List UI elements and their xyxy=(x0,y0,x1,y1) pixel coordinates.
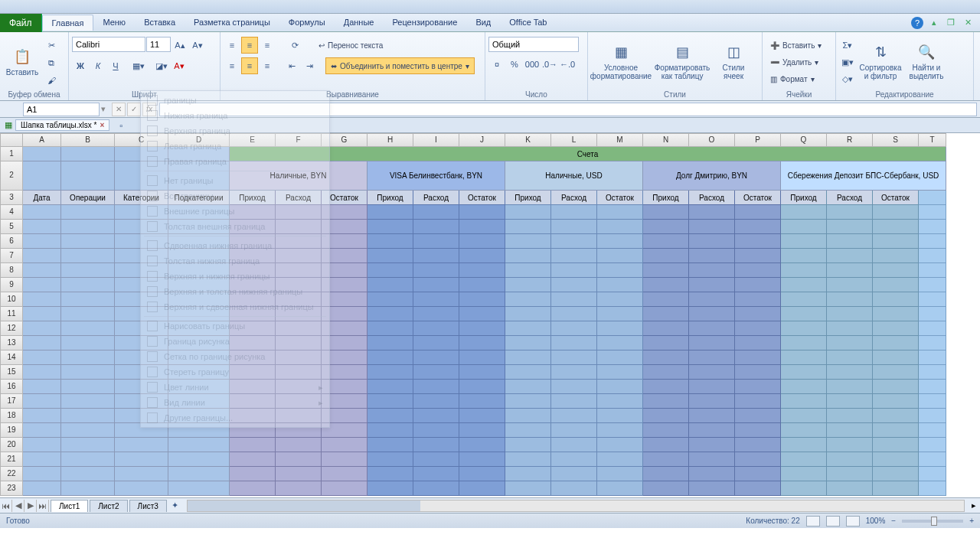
row-header[interactable]: 20 xyxy=(0,438,23,452)
zoom-in-icon[interactable]: + xyxy=(969,517,974,525)
cell[interactable] xyxy=(919,234,946,249)
cell[interactable] xyxy=(597,350,643,365)
menu-item[interactable]: Толстая внешняя граница xyxy=(141,219,329,234)
cell[interactable] xyxy=(689,321,735,336)
cell[interactable] xyxy=(873,438,919,452)
cell[interactable] xyxy=(459,220,505,234)
row-header[interactable]: 12 xyxy=(0,321,23,336)
cell[interactable] xyxy=(597,336,643,350)
cell[interactable] xyxy=(919,249,946,263)
help-icon[interactable]: ? xyxy=(911,17,923,29)
cell[interactable] xyxy=(781,438,827,452)
cell[interactable] xyxy=(505,263,551,278)
cut-icon[interactable]: ✂ xyxy=(43,37,60,54)
normal-view-icon[interactable] xyxy=(806,516,820,527)
cell[interactable] xyxy=(827,394,873,409)
cell[interactable] xyxy=(643,307,689,321)
cell[interactable] xyxy=(643,394,689,409)
menu-item[interactable]: Верхняя и сдвоенная нижняя границы xyxy=(141,299,329,315)
row-header[interactable]: 9 xyxy=(0,278,23,292)
cell[interactable]: Приход xyxy=(643,191,689,205)
cell[interactable] xyxy=(61,147,115,161)
cell[interactable] xyxy=(413,452,459,467)
cell[interactable] xyxy=(781,423,827,438)
cell[interactable] xyxy=(781,394,827,409)
cell[interactable] xyxy=(61,234,115,249)
cell[interactable] xyxy=(873,394,919,409)
cell[interactable] xyxy=(505,365,551,380)
column-header[interactable]: L xyxy=(551,133,597,147)
cell[interactable] xyxy=(643,336,689,350)
row-header[interactable]: 3 xyxy=(0,191,23,205)
row-header[interactable]: 16 xyxy=(0,380,23,394)
column-header[interactable]: J xyxy=(459,133,505,147)
decrease-decimal-icon[interactable]: ←.0 xyxy=(559,56,576,73)
cell[interactable] xyxy=(873,263,919,278)
cell[interactable] xyxy=(61,438,115,452)
cell[interactable] xyxy=(827,205,873,220)
cell[interactable] xyxy=(643,205,689,220)
ribbon-tab-0[interactable]: Главная xyxy=(42,15,94,31)
row-header[interactable]: 2 xyxy=(0,161,23,191)
cell[interactable] xyxy=(827,292,873,307)
comma-icon[interactable]: 000 xyxy=(524,56,541,73)
cell[interactable] xyxy=(168,467,230,481)
cell[interactable] xyxy=(459,380,505,394)
shrink-font-icon[interactable]: A▾ xyxy=(189,37,206,54)
cell[interactable] xyxy=(505,249,551,263)
cell[interactable] xyxy=(505,234,551,249)
zoom-level[interactable]: 100% xyxy=(866,517,886,525)
sheet-nav[interactable]: ⏮ ◀ ▶ ⏭ xyxy=(0,500,49,512)
align-top-icon[interactable]: ≡ xyxy=(224,37,240,54)
cell[interactable] xyxy=(551,452,597,467)
number-format-combo[interactable]: Общий xyxy=(488,37,579,52)
column-header[interactable]: P xyxy=(735,133,781,147)
cell[interactable] xyxy=(873,278,919,292)
cell[interactable]: Остаток xyxy=(459,191,505,205)
cell[interactable] xyxy=(827,336,873,350)
cell[interactable] xyxy=(322,438,368,452)
insert-cells-button[interactable]: ➕Вставить▾ xyxy=(766,37,826,54)
cell[interactable] xyxy=(413,249,459,263)
clear-icon[interactable]: ◇▾ xyxy=(839,70,856,87)
cell[interactable] xyxy=(168,481,230,496)
cell[interactable] xyxy=(873,481,919,496)
cell[interactable] xyxy=(115,481,168,496)
cell[interactable] xyxy=(643,350,689,365)
cell[interactable] xyxy=(459,249,505,263)
cell[interactable] xyxy=(551,467,597,481)
cell[interactable]: Долг Дмитрию, BYN xyxy=(643,161,781,191)
cell[interactable] xyxy=(459,423,505,438)
cell[interactable] xyxy=(230,481,276,496)
close-doc-icon[interactable]: × xyxy=(100,121,104,129)
cell[interactable] xyxy=(643,234,689,249)
document-tab[interactable]: Шапка таблицы.xlsx * × xyxy=(15,119,109,131)
cell[interactable] xyxy=(919,365,946,380)
cell[interactable] xyxy=(368,278,413,292)
cell[interactable] xyxy=(505,336,551,350)
cell[interactable] xyxy=(61,467,115,481)
cell[interactable] xyxy=(919,481,946,496)
menu-item[interactable]: Левая граница xyxy=(141,139,329,154)
cell[interactable] xyxy=(827,350,873,365)
cell[interactable] xyxy=(827,481,873,496)
cell[interactable] xyxy=(505,350,551,365)
sheet-tab[interactable]: Лист2 xyxy=(90,500,127,512)
cell[interactable] xyxy=(23,147,61,161)
ribbon-tab-5[interactable]: Данные xyxy=(335,15,384,31)
menu-item[interactable]: Все границы xyxy=(141,188,329,204)
cell[interactable]: Приход xyxy=(781,191,827,205)
cell[interactable] xyxy=(919,350,946,365)
cell[interactable] xyxy=(919,263,946,278)
cell[interactable] xyxy=(919,191,946,205)
cell[interactable] xyxy=(23,467,61,481)
decrease-indent-icon[interactable]: ⇤ xyxy=(283,57,300,74)
row-header[interactable]: 22 xyxy=(0,467,23,481)
cell[interactable]: Сбережения Депозит БПС-Сбербанк, USD xyxy=(781,161,946,191)
cell[interactable] xyxy=(459,438,505,452)
cell[interactable] xyxy=(781,220,827,234)
cell[interactable] xyxy=(368,467,413,481)
cell[interactable] xyxy=(781,467,827,481)
cell[interactable] xyxy=(827,321,873,336)
cell[interactable] xyxy=(459,336,505,350)
